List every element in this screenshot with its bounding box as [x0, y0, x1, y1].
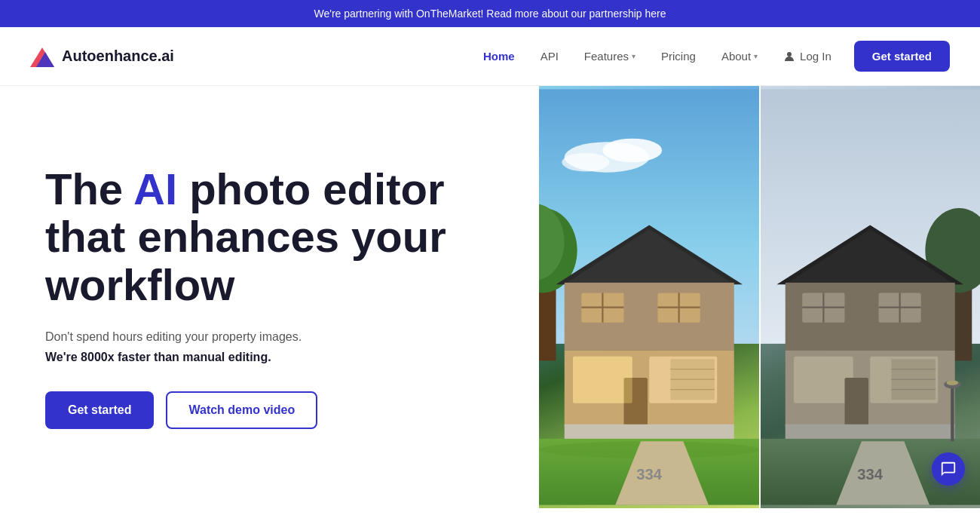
svg-rect-52 [844, 378, 868, 427]
hero-image: 334 [539, 86, 980, 508]
hero-section: The AI photo editor that enhances your w… [0, 86, 980, 508]
banner-text: We're partnering with OnTheMarket! Read … [314, 8, 666, 20]
before-after-divider [759, 86, 761, 508]
features-chevron-icon: ▾ [632, 52, 635, 60]
svg-text:334: 334 [857, 466, 884, 483]
image-original-side: 334 [760, 86, 981, 508]
get-started-nav-button[interactable]: Get started [854, 41, 950, 72]
svg-point-2 [787, 52, 792, 57]
hero-subtitle-bold: We're 8000x faster than manual editing. [45, 351, 501, 364]
header: Autoenhance.ai Home API Features ▾ Prici… [0, 27, 980, 86]
hero-title: The AI photo editor that enhances your w… [45, 165, 501, 309]
nav: Home API Features ▾ Pricing About ▾ Log … [473, 41, 950, 72]
nav-api[interactable]: API [530, 44, 569, 69]
nav-pricing[interactable]: Pricing [651, 44, 706, 69]
svg-rect-46 [794, 357, 853, 403]
before-after-image: 334 [539, 86, 980, 508]
svg-point-6 [562, 153, 609, 172]
nav-login[interactable]: Log In [773, 44, 842, 69]
user-icon [783, 51, 795, 63]
image-enhanced-side: 334 [539, 86, 760, 508]
svg-point-5 [602, 139, 662, 163]
svg-rect-57 [951, 386, 954, 441]
about-chevron-icon: ▾ [754, 52, 758, 60]
logo-text: Autoenhance.ai [62, 48, 174, 65]
chat-button[interactable] [932, 452, 965, 486]
logo-link[interactable]: Autoenhance.ai [30, 46, 174, 67]
nav-about[interactable]: About ▾ [711, 44, 768, 69]
hero-buttons: Get started Watch demo video [45, 391, 501, 429]
nav-home[interactable]: Home [473, 44, 525, 69]
nav-features[interactable]: Features ▾ [574, 44, 646, 69]
svg-text:334: 334 [636, 466, 663, 483]
hero-title-highlight: AI [133, 164, 177, 213]
watch-demo-button[interactable]: Watch demo video [166, 391, 317, 429]
chat-icon [940, 461, 957, 477]
top-banner[interactable]: We're partnering with OnTheMarket! Read … [0, 0, 980, 27]
get-started-button[interactable]: Get started [45, 391, 154, 429]
svg-point-59 [946, 380, 958, 385]
logo-icon [30, 46, 54, 67]
hero-left: The AI photo editor that enhances your w… [0, 86, 539, 508]
hero-subtitle: Don't spend hours editing your property … [45, 327, 501, 347]
svg-rect-32 [573, 357, 632, 403]
